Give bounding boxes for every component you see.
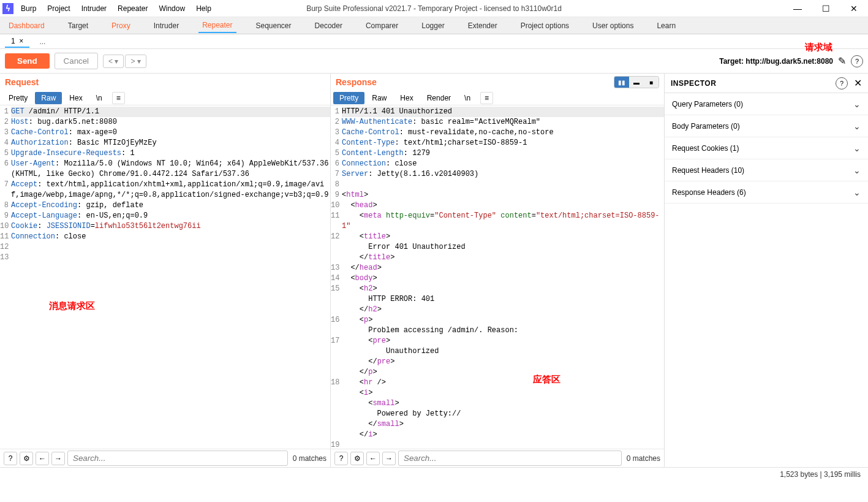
inspector-panel: INSPECTOR ? ✕ Query Parameters (0)⌄Body … <box>665 74 868 467</box>
send-button[interactable]: Send <box>5 53 50 69</box>
close-tab-icon[interactable]: × <box>19 37 23 45</box>
viewtab-hex[interactable]: Hex <box>63 92 88 104</box>
request-search-bar: ? ⚙ ← → 0 matches <box>0 449 330 467</box>
search-prev-icon[interactable]: ← <box>366 452 380 465</box>
layout-single-icon[interactable]: ■ <box>644 77 659 88</box>
request-view-tabs: PrettyRawHex\n≡ <box>0 91 330 105</box>
inspector-close-icon[interactable]: ✕ <box>854 77 862 89</box>
inspector-row[interactable]: Query Parameters (0)⌄ <box>665 93 868 115</box>
history-forward-button[interactable]: > ▾ <box>125 55 146 68</box>
search-gear-icon[interactable]: ⚙ <box>350 452 364 465</box>
tab-project-options[interactable]: Project options <box>517 19 573 32</box>
content-row: Request PrettyRawHex\n≡ 消息请求区 1GET /admi… <box>0 74 868 468</box>
inspector-help-icon[interactable]: ? <box>836 77 848 89</box>
status-bar: 1,523 bytes | 3,195 millis <box>0 468 868 481</box>
tab-user-options[interactable]: User options <box>589 19 637 32</box>
repeater-tab-1[interactable]: 1 × <box>5 36 29 48</box>
viewtab-n[interactable]: \n <box>90 92 108 104</box>
search-help-icon[interactable]: ? <box>4 452 17 465</box>
chevron-down-icon: ⌄ <box>853 143 861 153</box>
inspector-row[interactable]: Request Cookies (1)⌄ <box>665 137 868 159</box>
tab-proxy[interactable]: Proxy <box>108 19 134 32</box>
request-search-input[interactable] <box>67 451 288 466</box>
add-tab-button[interactable]: ... <box>39 37 45 46</box>
layout-columns-icon[interactable]: ▮▮ <box>614 77 629 88</box>
menu-intruder[interactable]: Intruder <box>81 4 107 13</box>
repeater-toolbar: Send Cancel < ▾ > ▾ 请求域 Target: http://b… <box>0 49 868 74</box>
tab-dashboard[interactable]: Dashboard <box>5 19 48 32</box>
cancel-button[interactable]: Cancel <box>55 53 99 69</box>
inspector-title: INSPECTOR <box>671 79 716 88</box>
menu-help[interactable]: Help <box>196 4 211 13</box>
response-view-tabs: PrettyRawHexRender\n≡ <box>331 91 664 105</box>
chevron-down-icon: ⌄ <box>853 121 861 131</box>
annotation-msg-area: 消息请求区 <box>49 302 95 312</box>
menubar: BurpProjectIntruderRepeaterWindowHelp <box>18 4 211 13</box>
repeater-sub-tabs: 1 × ... <box>0 34 868 49</box>
viewtab-pretty[interactable]: Pretty <box>2 92 34 104</box>
status-text: 1,523 bytes | 3,195 millis <box>780 470 861 479</box>
viewtab-render[interactable]: Render <box>421 92 457 104</box>
menu-burp[interactable]: Burp <box>21 4 36 13</box>
menu-window[interactable]: Window <box>159 4 185 13</box>
maximize-button[interactable]: ☐ <box>812 0 840 17</box>
response-search-bar: ? ⚙ ← → 0 matches <box>331 449 664 467</box>
tab-logger[interactable]: Logger <box>418 19 448 32</box>
main-tabs: DashboardTargetProxyIntruderRepeaterSequ… <box>0 17 868 34</box>
response-search-input[interactable] <box>398 451 622 466</box>
tab-target[interactable]: Target <box>64 19 92 32</box>
minimize-button[interactable]: — <box>783 0 812 17</box>
inspector-header: INSPECTOR ? ✕ <box>665 74 868 93</box>
viewtab-pretty[interactable]: Pretty <box>333 92 364 104</box>
search-help-icon[interactable]: ? <box>334 452 348 465</box>
response-match-count: 0 matches <box>624 454 660 463</box>
app-logo: ϟ <box>2 3 13 14</box>
search-gear-icon[interactable]: ⚙ <box>20 452 33 465</box>
tab-extender[interactable]: Extender <box>464 19 501 32</box>
search-next-icon[interactable]: → <box>382 452 396 465</box>
menu-repeater[interactable]: Repeater <box>118 4 148 13</box>
tab-decoder[interactable]: Decoder <box>311 19 346 32</box>
inspector-row[interactable]: Request Headers (10)⌄ <box>665 159 868 181</box>
window-controls: — ☐ ✕ <box>783 0 868 17</box>
request-editor[interactable]: 消息请求区 1GET /admin/ HTTP/1.12Host: bug.da… <box>0 105 330 449</box>
request-panel: Request PrettyRawHex\n≡ 消息请求区 1GET /admi… <box>0 74 331 467</box>
chevron-down-icon: ⌄ <box>853 165 861 175</box>
tab-learn[interactable]: Learn <box>653 19 679 32</box>
edit-target-icon[interactable]: ✎ <box>838 55 846 67</box>
search-next-icon[interactable]: → <box>51 452 65 465</box>
tab-comparer[interactable]: Comparer <box>362 19 402 32</box>
view-menu-icon[interactable]: ≡ <box>112 92 125 104</box>
request-match-count: 0 matches <box>290 454 326 463</box>
response-editor[interactable]: 应答区 1HTTP/1.1 401 Unauthorized2WWW-Authe… <box>331 105 664 449</box>
viewtab-raw[interactable]: Raw <box>35 92 62 104</box>
window-title: Burp Suite Professional v2021.7 - Tempor… <box>306 4 562 13</box>
inspector-row[interactable]: Response Headers (6)⌄ <box>665 181 868 203</box>
response-panel: Response ▮▮ ▬ ■ PrettyRawHexRender\n≡ 应答… <box>331 74 665 467</box>
search-prev-icon[interactable]: ← <box>36 452 49 465</box>
response-title: Response <box>336 77 377 87</box>
request-title: Request <box>5 77 39 87</box>
layout-rows-icon[interactable]: ▬ <box>629 77 644 88</box>
tab-sequencer[interactable]: Sequencer <box>252 19 295 32</box>
view-menu-icon[interactable]: ≡ <box>480 92 493 104</box>
target-label: Target: http://bug.dark5.net:8080 <box>719 57 833 66</box>
help-icon[interactable]: ? <box>851 55 863 67</box>
close-button[interactable]: ✕ <box>840 0 868 17</box>
viewtab-n[interactable]: \n <box>458 92 477 104</box>
titlebar: ϟ BurpProjectIntruderRepeaterWindowHelp … <box>0 0 868 17</box>
chevron-down-icon: ⌄ <box>853 99 861 109</box>
viewtab-hex[interactable]: Hex <box>394 92 419 104</box>
tab-intruder[interactable]: Intruder <box>150 19 183 32</box>
viewtab-raw[interactable]: Raw <box>366 92 393 104</box>
tab-repeater[interactable]: Repeater <box>198 18 236 33</box>
menu-project[interactable]: Project <box>47 4 70 13</box>
chevron-down-icon: ⌄ <box>853 188 861 197</box>
layout-toggle[interactable]: ▮▮ ▬ ■ <box>614 76 659 88</box>
history-back-button[interactable]: < ▾ <box>103 55 124 68</box>
inspector-row[interactable]: Body Parameters (0)⌄ <box>665 115 868 137</box>
